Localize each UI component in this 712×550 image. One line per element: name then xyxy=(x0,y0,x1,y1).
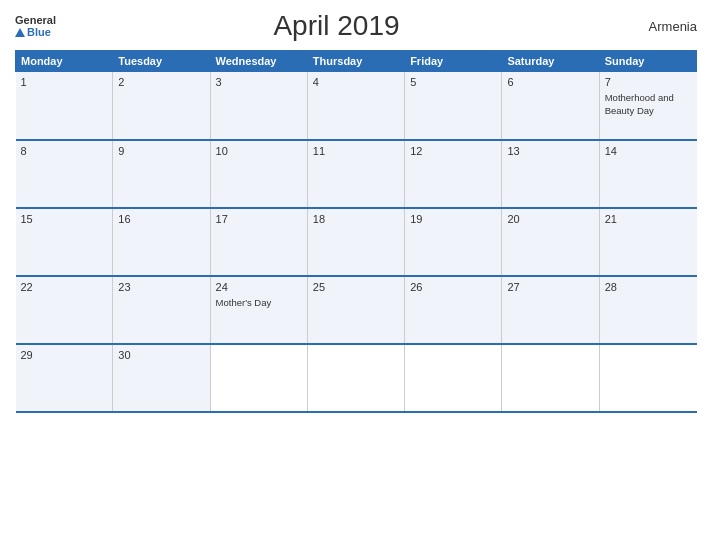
calendar-week-row: 15161718192021 xyxy=(16,208,697,276)
country-label: Armenia xyxy=(617,19,697,34)
calendar-day-cell: 14 xyxy=(599,140,696,208)
calendar-week-row: 222324Mother's Day25262728 xyxy=(16,276,697,344)
calendar-week-row: 1234567Motherhood and Beauty Day xyxy=(16,72,697,140)
calendar-day-cell: 25 xyxy=(307,276,404,344)
calendar-day-cell: 6 xyxy=(502,72,599,140)
event-label: Mother's Day xyxy=(216,297,272,308)
day-number: 21 xyxy=(605,213,692,225)
col-monday: Monday xyxy=(16,51,113,72)
calendar-day-cell xyxy=(599,344,696,412)
day-number: 1 xyxy=(21,76,108,88)
calendar-day-cell: 7Motherhood and Beauty Day xyxy=(599,72,696,140)
day-number: 12 xyxy=(410,145,496,157)
logo: General Blue xyxy=(15,14,56,38)
col-friday: Friday xyxy=(405,51,502,72)
day-number: 27 xyxy=(507,281,593,293)
day-number: 16 xyxy=(118,213,204,225)
calendar-day-cell: 8 xyxy=(16,140,113,208)
logo-blue-text: Blue xyxy=(15,26,56,38)
logo-triangle-icon xyxy=(15,28,25,37)
calendar-day-cell xyxy=(307,344,404,412)
calendar-day-cell xyxy=(210,344,307,412)
calendar-day-cell: 9 xyxy=(113,140,210,208)
day-number: 18 xyxy=(313,213,399,225)
calendar-day-cell: 17 xyxy=(210,208,307,276)
calendar-day-cell: 2 xyxy=(113,72,210,140)
day-number: 29 xyxy=(21,349,108,361)
calendar-day-cell: 19 xyxy=(405,208,502,276)
calendar-table: Monday Tuesday Wednesday Thursday Friday… xyxy=(15,50,697,413)
col-wednesday: Wednesday xyxy=(210,51,307,72)
day-number: 28 xyxy=(605,281,692,293)
calendar-day-cell: 23 xyxy=(113,276,210,344)
day-number: 2 xyxy=(118,76,204,88)
page-title: April 2019 xyxy=(56,10,617,42)
col-sunday: Sunday xyxy=(599,51,696,72)
day-number: 26 xyxy=(410,281,496,293)
calendar-day-cell: 1 xyxy=(16,72,113,140)
calendar-day-cell: 10 xyxy=(210,140,307,208)
day-number: 8 xyxy=(21,145,108,157)
calendar-day-cell: 24Mother's Day xyxy=(210,276,307,344)
calendar-header-row: Monday Tuesday Wednesday Thursday Friday… xyxy=(16,51,697,72)
calendar-week-row: 891011121314 xyxy=(16,140,697,208)
calendar-day-cell: 16 xyxy=(113,208,210,276)
calendar-day-cell: 5 xyxy=(405,72,502,140)
calendar-day-cell: 13 xyxy=(502,140,599,208)
event-label: Motherhood and Beauty Day xyxy=(605,92,674,116)
day-number: 24 xyxy=(216,281,302,293)
calendar-page: General Blue April 2019 Armenia Monday T… xyxy=(0,0,712,550)
day-number: 5 xyxy=(410,76,496,88)
day-number: 25 xyxy=(313,281,399,293)
day-number: 11 xyxy=(313,145,399,157)
day-number: 10 xyxy=(216,145,302,157)
calendar-week-row: 2930 xyxy=(16,344,697,412)
day-number: 22 xyxy=(21,281,108,293)
calendar-day-cell: 22 xyxy=(16,276,113,344)
calendar-day-cell: 30 xyxy=(113,344,210,412)
calendar-day-cell: 4 xyxy=(307,72,404,140)
calendar-day-cell: 27 xyxy=(502,276,599,344)
day-number: 23 xyxy=(118,281,204,293)
calendar-day-cell xyxy=(405,344,502,412)
day-number: 13 xyxy=(507,145,593,157)
day-number: 15 xyxy=(21,213,108,225)
logo-general-text: General xyxy=(15,14,56,26)
calendar-day-cell: 29 xyxy=(16,344,113,412)
day-number: 19 xyxy=(410,213,496,225)
day-number: 20 xyxy=(507,213,593,225)
day-number: 17 xyxy=(216,213,302,225)
day-number: 9 xyxy=(118,145,204,157)
day-number: 30 xyxy=(118,349,204,361)
col-thursday: Thursday xyxy=(307,51,404,72)
calendar-day-cell: 18 xyxy=(307,208,404,276)
calendar-day-cell: 21 xyxy=(599,208,696,276)
day-number: 7 xyxy=(605,76,692,88)
day-number: 4 xyxy=(313,76,399,88)
col-tuesday: Tuesday xyxy=(113,51,210,72)
calendar-day-cell: 3 xyxy=(210,72,307,140)
calendar-day-cell: 20 xyxy=(502,208,599,276)
calendar-day-cell: 15 xyxy=(16,208,113,276)
calendar-day-cell: 11 xyxy=(307,140,404,208)
col-saturday: Saturday xyxy=(502,51,599,72)
calendar-day-cell xyxy=(502,344,599,412)
day-number: 3 xyxy=(216,76,302,88)
calendar-day-cell: 12 xyxy=(405,140,502,208)
calendar-day-cell: 28 xyxy=(599,276,696,344)
day-number: 14 xyxy=(605,145,692,157)
day-number: 6 xyxy=(507,76,593,88)
calendar-day-cell: 26 xyxy=(405,276,502,344)
header: General Blue April 2019 Armenia xyxy=(15,10,697,42)
